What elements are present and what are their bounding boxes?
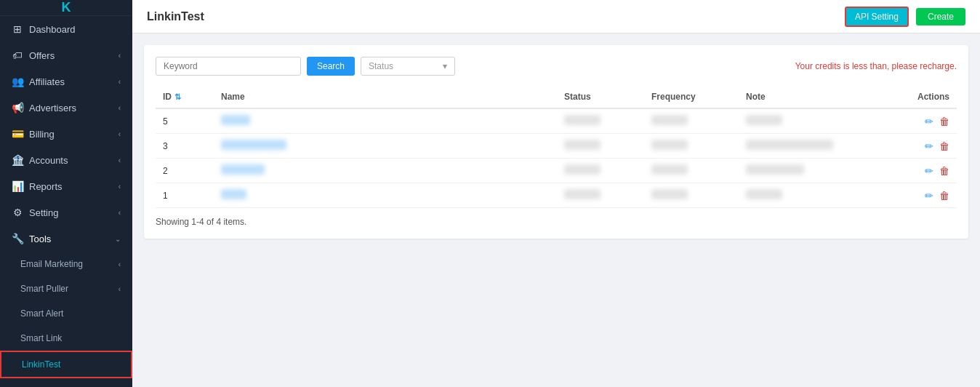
sidebar-item-dashboard[interactable]: ⊞ Dashboard [0,16,132,42]
blurred-frequency [651,164,688,175]
edit-icon[interactable]: ✏ [925,165,933,177]
sort-icon[interactable]: ⇅ [174,92,181,102]
credits-warning: Your credits is less than, please rechar… [795,61,957,71]
sidebar-item-label: Tools [29,234,51,244]
blurred-frequency [651,115,688,125]
api-setting-button[interactable]: API Setting [845,7,909,27]
cell-id: 3 [156,134,214,159]
sidebar-item-billing[interactable]: 💳 Billing ‹ [0,121,132,147]
cell-status [557,183,644,208]
col-actions: Actions [884,86,957,108]
keyword-search-input[interactable] [156,57,301,76]
cell-frequency [644,134,739,159]
delete-icon[interactable]: 🗑 [939,140,949,152]
sidebar-sub-smart-link[interactable]: Smart Link [0,326,132,351]
blurred-note [746,115,782,125]
affiliates-icon: 👥 [12,76,23,87]
delete-icon[interactable]: 🗑 [939,116,949,127]
delete-icon[interactable]: 🗑 [939,165,949,177]
main-content: LinkinTest API Setting Create Search Sta… [132,0,980,387]
sub-label: Smart Alert [20,308,63,319]
tools-icon: 🔧 [12,233,23,244]
chevron-icon: ‹ [119,209,121,217]
edit-icon[interactable]: ✏ [925,140,933,152]
col-status: Status [557,86,644,108]
sidebar: K ⊞ Dashboard 🏷 Offers ‹ 👥 Affiliates ‹ … [0,0,132,387]
sidebar-item-label: Affiliates [29,76,65,87]
cell-frequency [644,183,739,208]
sidebar-item-offers[interactable]: 🏷 Offers ‹ [0,42,132,68]
content-area: Search Status ▾ Your credits is less tha… [132,33,980,387]
sidebar-item-label: Reports [29,181,63,192]
offers-icon: 🏷 [12,49,23,61]
sidebar-item-advertisers[interactable]: 📢 Advertisers ‹ [0,95,132,121]
dropdown-chevron-icon: ▾ [443,61,447,71]
sidebar-sub-smart-puller[interactable]: Smart Puller ‹ [0,276,132,301]
search-button[interactable]: Search [307,57,355,76]
blurred-note [746,140,833,150]
chevron-icon: ‹ [119,104,121,112]
data-table: ID ⇅ Name Status Frequency Note Actions … [156,86,957,208]
blurred-name [221,189,246,199]
page-title: LinkinTest [147,10,204,23]
top-bar-actions: API Setting Create [845,7,965,27]
content-card: Search Status ▾ Your credits is less tha… [144,45,968,239]
sidebar-item-tools[interactable]: 🔧 Tools ⌄ [0,226,132,252]
cell-name [214,134,557,159]
cell-note [739,183,884,208]
table-row: 2 ✏ 🗑 [156,159,957,183]
logo-icon: K [62,0,71,15]
cell-actions: ✏ 🗑 [884,183,957,208]
billing-icon: 💳 [12,128,23,140]
status-select[interactable]: Status ▾ [361,57,455,76]
sidebar-sub-email-marketing[interactable]: Email Marketing ‹ [0,252,132,276]
col-frequency: Frequency [644,86,739,108]
blurred-status [564,189,601,199]
blurred-name [221,115,250,125]
edit-icon[interactable]: ✏ [925,190,933,202]
sidebar-sub-smart-alert[interactable]: Smart Alert [0,301,132,326]
sidebar-sub-linkintest[interactable]: LinkinTest [0,351,132,378]
col-note: Note [739,86,884,108]
chevron-icon: ‹ [119,78,121,86]
top-bar: LinkinTest API Setting Create [132,0,980,33]
cell-id: 1 [156,183,214,208]
table-row: 3 ✏ 🗑 [156,134,957,159]
cell-status [557,159,644,183]
chevron-icon: ‹ [119,156,121,164]
delete-icon[interactable]: 🗑 [939,190,949,202]
table-row: 5 ✏ 🗑 [156,108,957,134]
blurred-status [564,140,601,150]
blurred-note [746,189,782,199]
cell-actions: ✏ 🗑 [884,108,957,134]
create-button[interactable]: Create [916,8,965,25]
blurred-frequency [651,140,688,150]
chevron-icon: ‹ [119,260,121,268]
cell-id: 2 [156,159,214,183]
sub-label: LinkinTest [22,359,60,370]
cell-note [739,159,884,183]
sidebar-sub-conversion-generator[interactable]: Conversion Generator [0,378,132,387]
reports-icon: 📊 [12,180,23,192]
sidebar-item-affiliates[interactable]: 👥 Affiliates ‹ [0,68,132,95]
sidebar-item-reports[interactable]: 📊 Reports ‹ [0,173,132,199]
advertisers-icon: 📢 [12,102,23,113]
toolbar: Search Status ▾ Your credits is less tha… [156,57,957,76]
blurred-status [564,164,601,175]
cell-frequency [644,108,739,134]
cell-note [739,108,884,134]
setting-icon: ⚙ [12,207,23,218]
cell-name [214,108,557,134]
sidebar-item-label: Offers [29,50,55,61]
sidebar-item-label: Setting [29,207,58,218]
cell-note [739,134,884,159]
toolbar-left: Search Status ▾ [156,57,455,76]
sub-label: Smart Puller [20,284,68,294]
sidebar-item-setting[interactable]: ⚙ Setting ‹ [0,199,132,226]
dashboard-icon: ⊞ [12,23,23,35]
cell-name [214,159,557,183]
table-row: 1 ✏ 🗑 [156,183,957,208]
edit-icon[interactable]: ✏ [925,116,933,127]
showing-text: Showing 1-4 of 4 items. [156,217,957,227]
sidebar-item-accounts[interactable]: 🏦 Accounts ‹ [0,147,132,173]
